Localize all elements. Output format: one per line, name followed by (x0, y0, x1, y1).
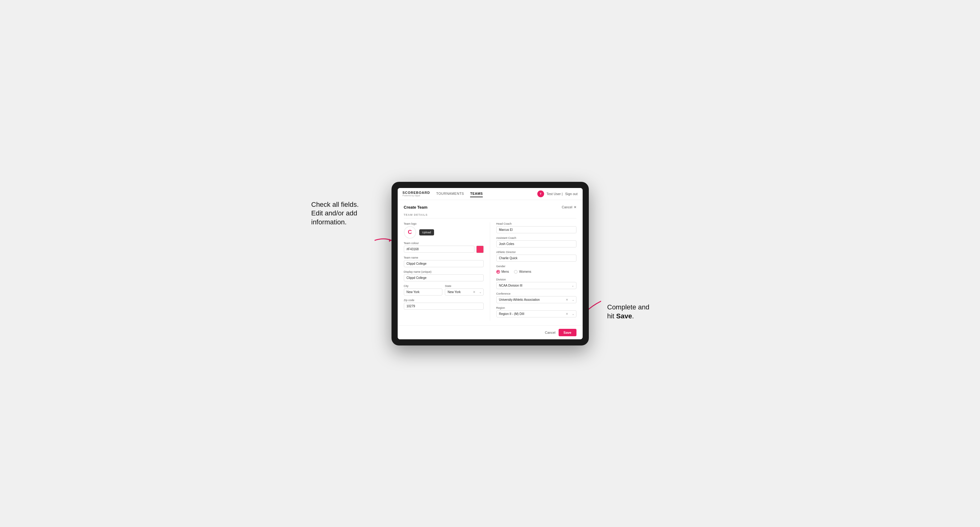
gender-mens[interactable]: Mens (496, 270, 509, 274)
upload-button[interactable]: Upload (419, 229, 434, 235)
user-name: Test User | (547, 192, 563, 196)
logo-sub: Powered by clippd (402, 194, 430, 197)
left-instruction: Check all fields.Edit and/or addinformat… (311, 200, 373, 227)
nav-tournaments[interactable]: TOURNAMENTS (436, 190, 464, 197)
form-container: Create Team Cancel ✕ TEAM DETAILS (398, 200, 583, 325)
tablet-screen: SCOREBOARD Powered by clippd TOURNAMENTS… (398, 188, 583, 339)
logo-title: SCOREBOARD (402, 191, 430, 194)
form-title: Create Team (404, 205, 428, 210)
state-label: State (445, 284, 484, 287)
region-select-wrapper: Region II - (M) DIII ✕ ⌄ (496, 310, 576, 317)
conference-field: Conference University Athletic Associati… (496, 292, 576, 303)
form-left: Team logo C Upload Team colour (404, 222, 490, 321)
state-select[interactable]: New York (445, 289, 471, 295)
conference-arrow: ⌄ (570, 298, 576, 302)
form-grid: Team logo C Upload Team colour (404, 222, 576, 321)
head-coach-label: Head Coach (496, 222, 576, 225)
division-select-wrapper: NCAA Division III NCAA Division II NCAA … (496, 282, 576, 289)
form-header: Create Team Cancel ✕ (404, 205, 576, 210)
team-name-label: Team name (404, 256, 484, 259)
team-logo-label: Team logo (404, 222, 484, 225)
athletic-director-label: Athletic Director (496, 251, 576, 254)
svg-marker-0 (389, 239, 391, 242)
team-logo-field: Team logo C Upload (404, 222, 484, 238)
conference-select-wrapper: University Athletic Association ✕ ⌄ (496, 296, 576, 303)
region-clear[interactable]: ✕ (564, 312, 570, 316)
form-footer: Cancel Save (398, 325, 583, 339)
conference-clear[interactable]: ✕ (564, 298, 570, 302)
team-colour-label: Team colour (404, 241, 484, 245)
gender-field: Gender Mens Womens (496, 265, 576, 275)
state-arrow: ⌄ (477, 290, 484, 294)
right-instruction: Complete andhit Save. (607, 303, 669, 321)
nav-bar: SCOREBOARD Powered by clippd TOURNAMENTS… (398, 188, 583, 200)
city-state-field: City State New York (404, 284, 484, 295)
mens-radio[interactable] (496, 270, 500, 274)
conference-label: Conference (496, 292, 576, 295)
team-name-field: Team name (404, 256, 484, 267)
city-label: City (404, 284, 443, 287)
head-coach-input[interactable] (496, 226, 576, 233)
gender-row: Mens Womens (496, 269, 576, 275)
gender-womens[interactable]: Womens (514, 270, 531, 274)
display-name-input[interactable] (404, 274, 484, 281)
display-name-field: Display name (unique) (404, 270, 484, 281)
head-coach-field: Head Coach (496, 222, 576, 233)
team-colour-input[interactable] (404, 246, 474, 253)
assistant-coach-field: Assistant Coach (496, 237, 576, 248)
left-arrow (375, 236, 393, 246)
tablet-frame: SCOREBOARD Powered by clippd TOURNAMENTS… (391, 182, 589, 346)
user-avatar: T (537, 190, 544, 197)
footer-save-button[interactable]: Save (558, 329, 576, 336)
region-arrow: ⌄ (570, 312, 576, 316)
nav-teams[interactable]: TEAMS (470, 190, 483, 197)
app-logo: SCOREBOARD Powered by clippd (402, 191, 430, 197)
state-select-wrapper: New York ✕ ⌄ (445, 289, 484, 295)
footer-cancel-button[interactable]: Cancel (545, 331, 555, 334)
team-name-input[interactable] (404, 260, 484, 267)
division-select[interactable]: NCAA Division III NCAA Division II NCAA … (496, 282, 576, 289)
state-group: State New York ✕ ⌄ (445, 284, 484, 295)
athletic-director-input[interactable] (496, 254, 576, 262)
city-input[interactable] (404, 289, 443, 295)
form-right: Head Coach Assistant Coach Athletic Dire… (490, 222, 576, 321)
athletic-director-field: Athletic Director (496, 251, 576, 262)
city-group: City (404, 284, 443, 295)
region-label: Region (496, 306, 576, 310)
zip-label: Zip code (404, 298, 484, 302)
zip-input[interactable] (404, 303, 484, 310)
display-name-label: Display name (unique) (404, 270, 484, 273)
zip-field: Zip code (404, 298, 484, 310)
logo-circle: C (404, 226, 416, 238)
division-label: Division (496, 278, 576, 281)
header-cancel-button[interactable]: Cancel ✕ (562, 205, 576, 209)
team-colour-field: Team colour (404, 241, 484, 253)
section-label: TEAM DETAILS (404, 213, 576, 219)
team-logo-area: C Upload (404, 226, 484, 238)
colour-row (404, 246, 484, 253)
colour-swatch[interactable] (476, 246, 484, 253)
assistant-coach-input[interactable] (496, 240, 576, 248)
region-select[interactable]: Region II - (M) DIII (496, 311, 564, 317)
assistant-coach-label: Assistant Coach (496, 237, 576, 240)
city-state-row: City State New York (404, 284, 484, 295)
gender-label: Gender (496, 265, 576, 268)
nav-right: T Test User | Sign out (537, 190, 578, 197)
conference-select[interactable]: University Athletic Association (496, 297, 564, 303)
nav-items: TOURNAMENTS TEAMS (436, 190, 531, 197)
womens-radio[interactable] (514, 270, 518, 274)
division-field: Division NCAA Division III NCAA Division… (496, 278, 576, 289)
sign-out-link[interactable]: Sign out (565, 192, 578, 196)
region-field: Region Region II - (M) DIII ✕ ⌄ (496, 306, 576, 317)
state-clear[interactable]: ✕ (471, 290, 477, 294)
